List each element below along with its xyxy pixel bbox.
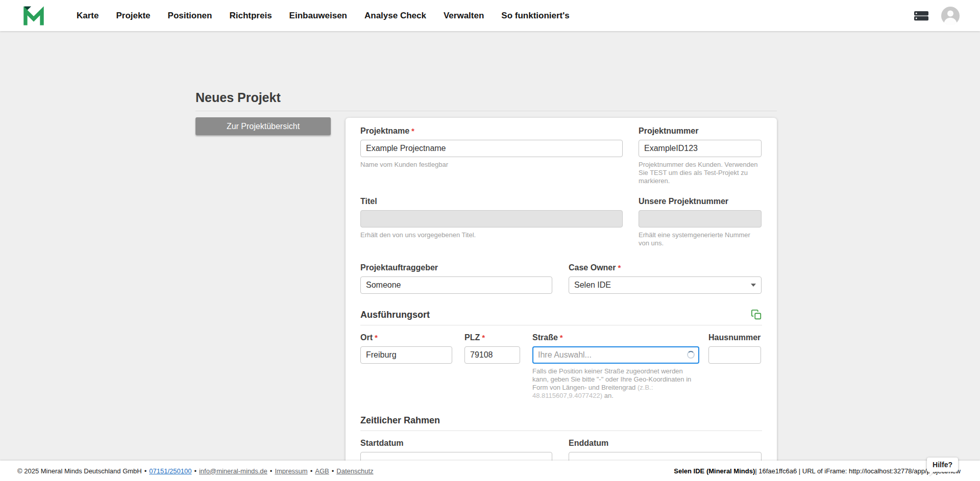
nav-item-karte[interactable]: Karte: [70, 6, 105, 26]
projektname-label: Projektname *: [360, 126, 623, 136]
case-owner-label-text: Case Owner: [569, 263, 616, 272]
row-auftraggeber-caseowner: Projektauftraggeber Case Owner * Selen I…: [360, 263, 762, 294]
projektname-input[interactable]: [360, 140, 623, 157]
nav-item-so-funktionierts[interactable]: So funktioniert's: [495, 6, 576, 26]
plz-input[interactable]: [464, 346, 520, 364]
title-divider: [195, 111, 777, 111]
field-titel: Titel Erhält den von uns vorgegebenen Ti…: [360, 196, 623, 247]
row-titel-unsere-projektnummer: Titel Erhält den von uns vorgegebenen Ti…: [360, 196, 762, 247]
strasse-autocomplete-input[interactable]: [532, 346, 699, 364]
strasse-input-wrap: [532, 346, 699, 364]
footer-datenschutz-link[interactable]: Datenschutz: [336, 467, 373, 475]
startdatum-label: Startdatum: [360, 438, 552, 448]
loading-spinner-icon: [687, 351, 695, 359]
projektname-label-text: Projektname: [360, 126, 409, 136]
section-zeitlicher-rahmen: Zeitlicher Rahmen: [360, 415, 762, 426]
case-owner-select[interactable]: Selen IDE: [569, 276, 762, 294]
row-ausfuehrungsort-fields: Ort * PLZ * Straße *: [360, 333, 762, 400]
footer-separator: •: [310, 467, 313, 475]
footer-agb-link[interactable]: AGB: [315, 467, 329, 475]
projektauftraggeber-label-text: Projektauftraggeber: [360, 263, 438, 272]
section-divider: [360, 325, 762, 325]
case-owner-label: Case Owner *: [569, 263, 762, 272]
copy-icon[interactable]: [751, 309, 762, 320]
titel-label-text: Titel: [360, 196, 377, 206]
top-navbar: Karte Projekte Positionen Richtpreis Ein…: [0, 0, 980, 31]
footer-phone-link[interactable]: 07151/250100: [149, 467, 191, 475]
footer-left: © 2025 Mineral Minds Deutschland GmbH • …: [17, 467, 374, 475]
section-ausfuehrungsort-title: Ausführungsort: [360, 310, 430, 320]
field-projektauftraggeber: Projektauftraggeber: [360, 263, 552, 294]
titel-helper: Erhält den von uns vorgegebenen Titel.: [360, 231, 623, 239]
section-zeitlicher-rahmen-title: Zeitlicher Rahmen: [360, 415, 440, 426]
titel-label: Titel: [360, 196, 623, 206]
user-avatar-icon[interactable]: [941, 7, 960, 25]
help-button-label: Hilfe?: [933, 461, 952, 469]
nav-item-positionen[interactable]: Positionen: [161, 6, 219, 26]
back-to-projects-button[interactable]: Zur Projektübersicht: [195, 117, 331, 135]
footer-session-info: Selen IDE (Mineral Minds) | 16fae1ffc6a6…: [674, 467, 961, 475]
ort-input[interactable]: [360, 346, 452, 364]
unsere-projektnummer-label-text: Unsere Projektnummer: [639, 196, 728, 206]
required-asterisk: *: [482, 333, 485, 342]
strasse-helper-main: Falls die Position keiner Straße zugeord…: [532, 367, 691, 391]
field-ort: Ort *: [360, 333, 452, 400]
field-case-owner: Case Owner * Selen IDE: [569, 263, 762, 294]
server-icon[interactable]: [914, 11, 929, 21]
strasse-label: Straße *: [532, 333, 699, 342]
projektnummer-helper: Projektnummer des Kunden. Verwenden Sie …: [639, 161, 762, 185]
required-asterisk: *: [411, 126, 414, 136]
projektnummer-input[interactable]: [639, 140, 762, 157]
strasse-helper: Falls die Position keiner Straße zugeord…: [532, 367, 699, 400]
field-strasse: Straße * Falls die Position keiner Straß…: [532, 333, 699, 400]
footer-copyright: © 2025 Mineral Minds Deutschland GmbH: [17, 467, 142, 475]
nav-item-verwalten[interactable]: Verwalten: [437, 6, 491, 26]
unsere-projektnummer-input: [639, 210, 762, 227]
ort-label-text: Ort: [360, 333, 373, 342]
field-projektnummer: Projektnummer Projektnummer des Kunden. …: [639, 126, 762, 185]
nav-item-einbauweisen[interactable]: Einbauweisen: [283, 6, 354, 26]
enddatum-label: Enddatum: [569, 438, 762, 448]
page-title: Neues Projekt: [195, 90, 281, 105]
mineral-minds-logo[interactable]: [23, 6, 44, 26]
hausnummer-input[interactable]: [708, 346, 761, 364]
nav-item-analyse-check[interactable]: Analyse Check: [358, 6, 433, 26]
strasse-helper-suffix: an.: [602, 392, 614, 399]
enddatum-label-text: Enddatum: [569, 438, 608, 448]
nav-item-richtpreis[interactable]: Richtpreis: [223, 6, 278, 26]
footer-session-user: Selen IDE (Mineral Minds): [674, 467, 755, 475]
startdatum-label-text: Startdatum: [360, 438, 403, 448]
main-nav: Karte Projekte Positionen Richtpreis Ein…: [70, 6, 580, 26]
row-projektname-projektnummer: Projektname * Name vom Kunden festlegbar…: [360, 126, 762, 185]
projektnummer-label-text: Projektnummer: [639, 126, 698, 136]
footer-separator: •: [194, 467, 197, 475]
section-divider: [360, 431, 762, 431]
ort-label: Ort *: [360, 333, 452, 342]
logo-graphic: [23, 6, 44, 26]
help-button[interactable]: Hilfe?: [927, 458, 958, 472]
unsere-projektnummer-helper: Erhält eine systemgenerierte Nummer von …: [639, 231, 762, 247]
projektauftraggeber-input[interactable]: [360, 276, 552, 294]
footer-separator: •: [332, 467, 334, 475]
footer-impressum-link[interactable]: Impressum: [275, 467, 307, 475]
main-content: Neues Projekt Zur Projektübersicht Proje…: [0, 31, 980, 461]
nav-item-projekte[interactable]: Projekte: [109, 6, 157, 26]
field-projektname: Projektname * Name vom Kunden festlegbar: [360, 126, 623, 185]
section-ausfuehrungsort: Ausführungsort: [360, 309, 762, 320]
required-asterisk: *: [618, 263, 621, 272]
plz-label: PLZ *: [464, 333, 520, 342]
projektnummer-label: Projektnummer: [639, 126, 762, 136]
footer: © 2025 Mineral Minds Deutschland GmbH • …: [0, 461, 980, 481]
required-asterisk: *: [560, 333, 563, 342]
hausnummer-label: Hausnummer: [708, 333, 761, 342]
hausnummer-label-text: Hausnummer: [708, 333, 761, 342]
plz-label-text: PLZ: [464, 333, 480, 342]
footer-separator: •: [144, 467, 147, 475]
footer-email-link[interactable]: info@mineral-minds.de: [199, 467, 267, 475]
footer-separator: •: [270, 467, 273, 475]
strasse-label-text: Straße: [532, 333, 558, 342]
navbar-right: [914, 7, 960, 25]
chevron-down-icon: [751, 284, 756, 287]
projektauftraggeber-label: Projektauftraggeber: [360, 263, 552, 272]
required-asterisk: *: [375, 333, 378, 342]
